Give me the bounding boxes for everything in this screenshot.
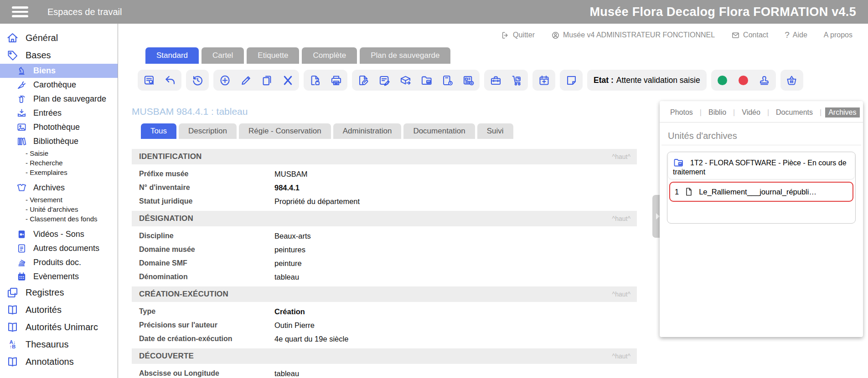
sidebar-item-archives[interactable]: Archives xyxy=(0,181,118,195)
media-folder-button[interactable] xyxy=(416,71,436,89)
delete-button[interactable] xyxy=(278,71,298,89)
sidebar-item-thesaurus[interactable]: A↓↑B Thesaurus xyxy=(0,336,118,353)
sidebar-item-plan-de-sauvegarde[interactable]: Plan de sauvegarde xyxy=(0,92,118,106)
tag-icon xyxy=(6,49,19,61)
sidebar-item-classement-des-fonds[interactable]: - Classement des fonds xyxy=(0,214,118,224)
media-panel-tabs: Photos| Biblio| Vidéo| Documents| Archiv… xyxy=(660,101,863,123)
edit-list-button[interactable] xyxy=(374,71,394,89)
carrot-icon xyxy=(16,80,27,90)
add-button[interactable] xyxy=(215,71,235,89)
pencil-icon xyxy=(240,74,252,87)
print-button[interactable] xyxy=(326,71,346,89)
quit-link[interactable]: Quitter xyxy=(501,31,535,40)
media-tab-archives[interactable]: Archives xyxy=(825,107,859,117)
add-event-button[interactable] xyxy=(534,71,554,89)
record-tab-tous[interactable]: Tous xyxy=(141,123,176,139)
view-tab-standard[interactable]: Standard xyxy=(145,47,199,64)
sidebar-item-recherche[interactable]: - Recherche xyxy=(0,158,118,168)
media-tab-biblio[interactable]: Biblio xyxy=(705,107,729,117)
media-tab-documents[interactable]: Documents xyxy=(773,107,816,117)
calendar-plus-icon xyxy=(538,74,550,87)
back-to-top-link[interactable]: ^haut^ xyxy=(612,352,630,360)
sidebar-item-general[interactable]: Général xyxy=(0,29,118,46)
edit-button[interactable] xyxy=(236,71,256,89)
hand-truck-icon xyxy=(511,74,523,87)
search-list-button[interactable] xyxy=(139,71,159,89)
copy-icon xyxy=(261,74,273,87)
record-tab-regie-conservation[interactable]: Régie - Conservation xyxy=(239,123,331,139)
about-link[interactable]: A propos xyxy=(824,31,852,39)
duplicate-button[interactable] xyxy=(257,71,277,89)
sidebar-item-autorites[interactable]: Autorités xyxy=(0,301,118,318)
help-link[interactable]: ? Aide xyxy=(785,30,807,40)
history-button[interactable] xyxy=(187,71,207,89)
status-green-button[interactable] xyxy=(713,71,733,89)
view-tab-cartel[interactable]: Cartel xyxy=(202,47,244,64)
sidebar-item-bibliotheque[interactable]: Bibliothèque xyxy=(0,134,118,148)
sidebar-item-saisie[interactable]: - Saisie xyxy=(0,148,118,158)
user-menu[interactable]: Musée v4 ADMINISTRATEUR FONCTIONNEL xyxy=(551,31,715,40)
media-tab-photos[interactable]: Photos xyxy=(667,107,696,117)
field-row: Date de création-exécution4e quart du 19… xyxy=(132,332,637,346)
basket-icon xyxy=(785,74,798,87)
basket-button[interactable] xyxy=(782,71,802,89)
contact-link[interactable]: Contact xyxy=(731,31,768,40)
video-file-icon xyxy=(16,229,27,240)
workspace-label[interactable]: Espaces de travail xyxy=(47,7,122,17)
toolbar: Etat : Attente validation saisie xyxy=(138,70,868,91)
media-tab-video[interactable]: Vidéo xyxy=(739,107,764,117)
sidebar-item-phototheque[interactable]: Photothèque xyxy=(0,120,118,134)
validate-stamp-button[interactable] xyxy=(754,71,775,89)
sidebar-item-autres-documents[interactable]: Autres documents xyxy=(0,241,118,255)
chess-knight-icon xyxy=(16,66,27,76)
unpack-button[interactable] xyxy=(395,71,415,89)
archive-unit-item[interactable]: 1T2 - FLORA SOFTWARE - Pièce - En cours … xyxy=(668,153,854,179)
sidebar-item-annotations[interactable]: Annotations xyxy=(0,353,118,370)
field-row: Préfixe muséeMUSBAM xyxy=(132,167,637,181)
inventory-calc-button[interactable] xyxy=(437,71,457,89)
hamburger-menu-icon[interactable] xyxy=(12,6,28,17)
toolbox-button[interactable] xyxy=(486,71,506,89)
status-chip: Etat : Attente validation saisie xyxy=(587,70,707,91)
sidebar-item-exemplaires[interactable]: - Exemplaires xyxy=(0,168,118,177)
press-review-button[interactable] xyxy=(458,71,478,89)
main-content: Quitter Musée v4 ADMINISTRATEUR FONCTION… xyxy=(118,24,868,378)
view-tab-plan-de-sauvegarde[interactable]: Plan de sauvegarde xyxy=(360,47,450,64)
record-tab-suivi[interactable]: Suivi xyxy=(477,123,513,139)
view-tab-etiquette[interactable]: Etiquette xyxy=(247,47,299,64)
back-to-top-link[interactable]: ^haut^ xyxy=(612,291,630,298)
export-file-button[interactable] xyxy=(305,71,325,89)
sidebar-item-evenements[interactable]: Evènements xyxy=(0,270,118,284)
section-header-creation-execution: CRÉATION-EXÉCUTION ^haut^ xyxy=(132,286,637,302)
record-tab-administration[interactable]: Administration xyxy=(333,123,402,139)
back-to-top-link[interactable]: ^haut^ xyxy=(612,153,630,160)
view-tab-complete[interactable]: Complète xyxy=(302,47,357,64)
record-tab-description[interactable]: Description xyxy=(179,123,237,139)
sidebar-item-unite-darchives[interactable]: - Unité d'archives xyxy=(0,204,118,214)
sidebar-item-entrees[interactable]: Entrées xyxy=(0,106,118,120)
sidebar-item-produits-doc[interactable]: Produits doc. xyxy=(0,255,118,270)
books-icon xyxy=(16,136,27,147)
sidebar: Général Bases Biens Carothèque Plan de s… xyxy=(0,24,118,378)
sidebar-item-versement[interactable]: - Versement xyxy=(0,195,118,204)
open-box-icon xyxy=(16,183,27,193)
field-row: Statut juridiquePropriété du département xyxy=(132,194,637,208)
envelope-icon xyxy=(731,31,740,40)
archive-file-item-selected[interactable]: 1 Le_Ralliement___journal_républi… xyxy=(669,182,853,202)
record-tab-documentation[interactable]: Documentation xyxy=(403,123,475,139)
sidebar-item-videos-sons[interactable]: Vidéos - Sons xyxy=(0,227,118,241)
sidebar-item-bases[interactable]: Bases xyxy=(0,46,118,64)
file-icon xyxy=(684,187,694,197)
archive-units-list: 1T2 - FLORA SOFTWARE - Pièce - En cours … xyxy=(667,152,856,224)
sidebar-item-carotheque[interactable]: Carothèque xyxy=(0,78,118,92)
sidebar-item-biens[interactable]: Biens xyxy=(0,64,118,78)
sidebar-item-registres[interactable]: Registres xyxy=(0,284,118,301)
status-red-button[interactable] xyxy=(734,71,754,89)
back-button[interactable] xyxy=(160,71,180,89)
movement-button[interactable] xyxy=(506,71,527,89)
attach-file-button[interactable] xyxy=(353,71,373,89)
note-button[interactable] xyxy=(561,71,581,89)
back-to-top-link[interactable]: ^haut^ xyxy=(612,215,630,222)
sidebar-item-autorites-unimarc[interactable]: Autorités Unimarc xyxy=(0,318,118,336)
search-list-icon xyxy=(143,74,155,87)
